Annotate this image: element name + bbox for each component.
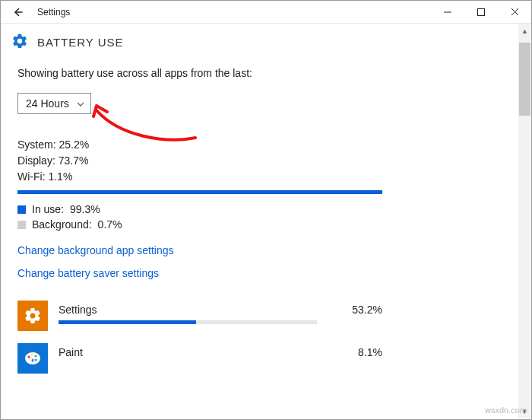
page-title: BATTERY USE [37,36,124,49]
page-header: BATTERY USE [1,24,531,62]
chevron-down-icon [77,100,84,108]
app-name: Paint [59,346,83,358]
svg-point-6 [27,355,30,358]
back-button[interactable] [10,5,25,20]
content-area: Showing battery use across all apps from… [1,62,531,418]
svg-point-9 [34,358,36,361]
settings-app-icon [17,301,48,331]
stat-wifi: Wi-Fi: 1.1% [17,170,515,183]
app-usage-fill [59,320,196,324]
minimize-icon [444,8,451,16]
scrollbar-up-arrow[interactable]: ▲ [519,25,530,37]
close-icon [511,8,519,16]
overall-usage-bar [17,190,382,194]
window-controls [431,2,531,23]
back-arrow-icon [11,5,24,19]
svg-rect-2 [478,8,485,15]
close-button[interactable] [498,2,531,23]
app-usage-bar [59,320,317,324]
square-icon-grey [17,221,26,229]
legend-background: Background: 0.7% [17,218,515,231]
legend-in-use: In use: 99.3% [17,203,515,215]
square-icon-blue [17,205,26,214]
link-change-battery-saver[interactable]: Change battery saver settings [17,267,515,279]
maximize-button[interactable] [464,2,498,23]
svg-point-8 [34,355,36,357]
app-list: Settings 53.2% [17,296,382,381]
svg-point-7 [30,353,33,355]
window-titlebar: Settings [1,1,531,24]
maximize-icon [477,8,485,16]
window-title: Settings [37,7,70,18]
app-percent: 53.2% [352,304,382,316]
app-row-settings[interactable]: Settings 53.2% [17,296,382,339]
stat-display: Display: 73.7% [17,154,515,167]
app-percent: 8.1% [358,346,382,358]
watermark: wsxdn.com [485,406,527,415]
description-text: Showing battery use across all apps from… [17,67,515,79]
gear-icon [11,33,28,52]
scrollbar-thumb[interactable] [519,43,530,116]
dropdown-value: 24 Hours [26,97,69,110]
paint-app-icon [17,343,48,374]
link-change-background-apps[interactable]: Change background app settings [17,244,515,256]
app-row-paint[interactable]: Paint 8.1% [17,339,382,381]
stat-system: System: 25.2% [17,138,515,151]
time-range-dropdown[interactable]: 24 Hours [17,93,91,114]
minimize-button[interactable] [431,2,464,23]
app-name: Settings [59,304,97,316]
